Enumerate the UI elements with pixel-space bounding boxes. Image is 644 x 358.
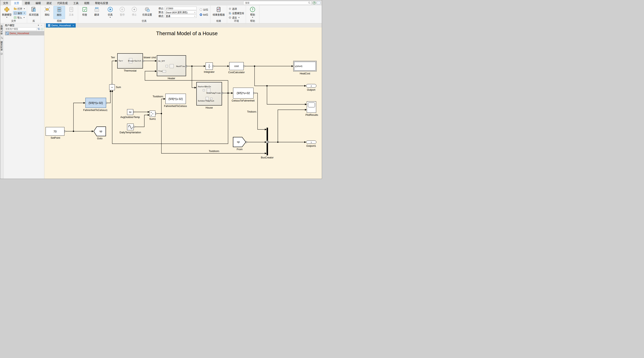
wire-label-toutdoors-bottom: Toutdoors	[201, 150, 227, 152]
label-dailytempvariation[interactable]: DailyTempVariation	[113, 131, 148, 134]
bitness-radios: 32位 64位	[198, 6, 210, 16]
block-outport[interactable]: 2	[306, 84, 316, 88]
result-viewer-button[interactable]: 结果查看器	[211, 6, 226, 19]
label-house[interactable]: House	[190, 106, 228, 109]
menu-view[interactable]: 视图	[81, 0, 92, 6]
tab-demo-househeat[interactable]: Demo_Househeat ×	[46, 23, 76, 28]
diagram-title: Thermal Model of a House	[135, 30, 239, 37]
radio-64bit[interactable]: 64位	[200, 13, 208, 16]
check-button[interactable]: 检查	[79, 6, 90, 19]
menu-tools[interactable]: 工具	[70, 0, 81, 6]
label-goto[interactable]: Goto	[88, 137, 112, 140]
radio-32bit[interactable]: 32位	[200, 8, 208, 11]
panel-menu-icon[interactable]: ▼	[37, 24, 40, 26]
stop-button[interactable]: 停止	[128, 6, 140, 19]
icon-view-button[interactable]: 图标	[41, 6, 53, 19]
menu-file[interactable]: 文件	[0, 0, 11, 6]
model-search-input[interactable]	[4, 27, 37, 31]
new-model-button[interactable]: 新建模型 ▼	[1, 6, 13, 19]
pause-button[interactable]: 暂停	[116, 6, 128, 19]
save-button[interactable]: 保存▼	[13, 11, 26, 15]
global-search-input[interactable]	[243, 1, 312, 5]
diagram-canvas[interactable]: Thermal Model of a House	[44, 28, 322, 179]
block-setpoint[interactable]: 70	[46, 127, 64, 136]
language-label: 语言	[232, 16, 237, 19]
text-view-button[interactable]: 文本	[66, 6, 77, 19]
label-outport[interactable]: Outport	[296, 88, 322, 91]
block-sum[interactable]: +	[109, 84, 115, 90]
label-f2c1[interactable]: FahrenheitToCelsius1	[75, 109, 116, 112]
side-strip: 用户模型 库浏览器	[0, 23, 4, 179]
menu-codegen[interactable]: 代码生成	[54, 0, 70, 6]
strip-tab-library-browser[interactable]: 库浏览器	[0, 41, 4, 51]
wire-label-blower-cmd: blower cmd	[139, 56, 161, 59]
ribbon-filler	[259, 6, 322, 23]
label-sum1[interactable]: Sum1	[140, 118, 166, 120]
menu-home[interactable]: 主页	[11, 0, 22, 6]
label-costcalculator[interactable]: CostCalculator	[221, 71, 252, 74]
panel-collapse-icon[interactable]: ─	[40, 24, 43, 26]
label-outport1[interactable]: Outport1	[296, 144, 322, 147]
block-plotresults[interactable]	[307, 101, 316, 113]
algorithm-select[interactable]: Dassl (BDF,变阶,刚性)∨	[165, 11, 196, 14]
block-thermostat[interactable]: Terr BlowerSwitch	[117, 53, 143, 69]
label-thermostat[interactable]: Thermostat	[111, 69, 149, 72]
mode-select[interactable]: 普通∨	[165, 14, 196, 18]
translate-button[interactable]: 翻译	[91, 6, 102, 19]
block-c2f[interactable]: (9/5)*u+32	[233, 88, 254, 98]
block-f2c[interactable]: (5/9)*(u-32)	[166, 94, 186, 104]
pause-label: 暂停	[120, 13, 125, 16]
library-browser-button[interactable]: 库浏览器	[28, 6, 40, 19]
options-label: 选项	[232, 7, 237, 11]
filter-icon[interactable]	[38, 28, 40, 30]
outport-number: 2	[311, 85, 312, 87]
model-list-item[interactable]: Demo_Househeat	[5, 31, 44, 35]
block-avgoutdoortemp[interactable]: 50	[127, 109, 133, 115]
label-f2c[interactable]: FahrenheitToCelsius	[156, 105, 196, 108]
block-outport1[interactable]: 1	[306, 140, 316, 144]
label-plotresults[interactable]: PlotResults	[297, 114, 322, 116]
heater-port-onoff: On_Off	[158, 60, 165, 62]
group-label-sim: 仿真	[79, 20, 210, 23]
block-heater[interactable]: On_Off Troom HeatFlow	[157, 55, 186, 76]
label-integrator[interactable]: Integrator	[197, 71, 221, 73]
help-button[interactable]: ? 帮助 ▼	[247, 6, 258, 19]
open-label: 打开	[18, 7, 22, 11]
label-heater[interactable]: Heater	[151, 77, 192, 80]
block-integrator[interactable]: 1s	[206, 63, 213, 70]
menu-debug[interactable]: 调试	[44, 0, 54, 6]
label-heatcost[interactable]: HeatCost	[287, 72, 322, 75]
diagram-view-button[interactable]: 图形	[54, 6, 65, 19]
label-sum[interactable]: Sum	[116, 86, 128, 89]
block-buscreator[interactable]	[266, 128, 268, 155]
collapse-ribbon-icon[interactable]: ↑	[317, 2, 320, 4]
block-goto[interactable]: sp	[94, 126, 106, 136]
menu-help-feedback[interactable]: 帮助与反馈	[92, 0, 111, 6]
options-button[interactable]: 选项	[228, 7, 245, 11]
block-from[interactable]: sp	[233, 137, 246, 147]
menu-modeling[interactable]: 建模	[22, 0, 33, 6]
set-model-library-button[interactable]: 设置模型库	[228, 11, 245, 15]
block-f2c1[interactable]: (5/9)*(u-32)	[85, 98, 106, 108]
menu-edit[interactable]: 编辑	[33, 0, 44, 6]
simulate-button[interactable]: 仿真 ▼	[104, 6, 116, 19]
block-costcalculator[interactable]: cost	[229, 62, 244, 70]
label-buscreator[interactable]: BusCreator	[252, 156, 282, 159]
integrator-num: 1	[208, 64, 210, 66]
strip-tab-user-models[interactable]: 用户模型	[0, 25, 4, 35]
sim-settings-button[interactable]: 仿真设置	[140, 6, 154, 19]
collapse-all-icon[interactable]	[41, 28, 43, 30]
block-house[interactable]: HeaterQDotIn RoomTempTroom OutdoorTempTo…	[196, 82, 222, 106]
open-button[interactable]: 打开▼	[13, 7, 26, 11]
block-sum1[interactable]: + + +	[150, 111, 156, 117]
label-from[interactable]: From	[226, 148, 253, 151]
stop-time-input[interactable]: 172800	[165, 7, 196, 10]
import-button[interactable]: 导入▼	[13, 16, 26, 20]
help-icon[interactable]: ?	[313, 2, 316, 5]
label-setpoint[interactable]: SetPoint	[44, 136, 66, 139]
language-button[interactable]: 语言▼	[228, 16, 245, 20]
tab-close-icon[interactable]: ×	[73, 24, 74, 27]
label-c2f[interactable]: CelsiusToFahrenheit	[223, 99, 263, 102]
block-heatcost[interactable]: y(short)	[293, 61, 316, 71]
block-dailytempvariation[interactable]	[127, 124, 134, 130]
